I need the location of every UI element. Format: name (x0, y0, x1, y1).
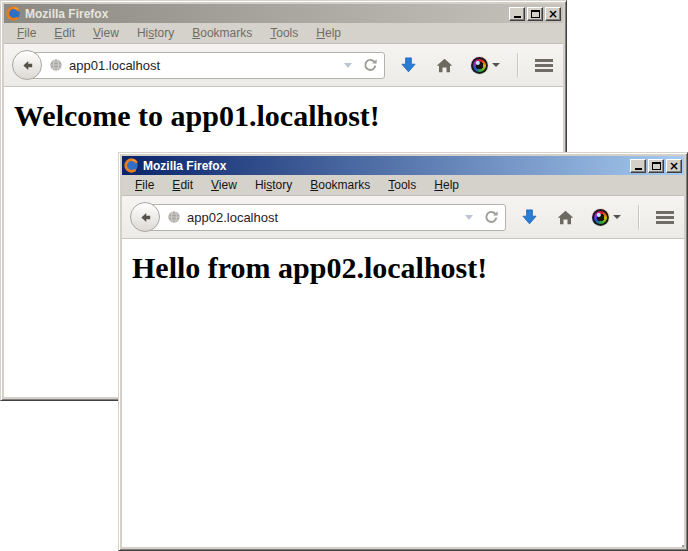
firefox-logo-icon (124, 158, 139, 173)
home-icon (435, 56, 454, 75)
minimize-button[interactable] (630, 159, 646, 173)
page-heading: Hello from app02.localhost! (132, 251, 684, 285)
back-icon (20, 58, 35, 73)
menu-bookmarks[interactable]: Bookmarks (183, 24, 261, 42)
resize-grip[interactable] (678, 541, 680, 543)
navigation-toolbar: app02.localhost (122, 196, 684, 239)
window-title: Mozilla Firefox (143, 159, 626, 173)
menu-dropdown-icon (492, 63, 500, 67)
minimize-icon (635, 168, 642, 170)
menu-view[interactable]: View (202, 176, 246, 194)
close-button[interactable]: × (545, 7, 561, 21)
app-menu-button[interactable] (656, 211, 674, 224)
toolbar-separator (517, 53, 518, 77)
back-button[interactable] (130, 202, 160, 232)
globe-icon (49, 58, 63, 72)
maximize-icon (531, 10, 540, 18)
menu-edit[interactable]: Edit (45, 24, 84, 42)
urlbar-dropdown-icon[interactable] (344, 63, 352, 68)
globe-icon (167, 210, 181, 224)
navigation-toolbar: app01.localhost (4, 44, 563, 87)
color-wheel-icon (471, 57, 488, 74)
download-icon (520, 208, 539, 227)
menu-bar: File Edit View History Bookmarks Tools H… (4, 23, 563, 44)
url-text[interactable]: app02.localhost (187, 210, 459, 225)
hamburger-icon (535, 59, 553, 72)
menu-bar: File Edit View History Bookmarks Tools H… (122, 175, 684, 196)
menu-help[interactable]: Help (425, 176, 468, 194)
back-button[interactable] (12, 50, 42, 80)
close-icon: × (669, 161, 679, 171)
minimize-button[interactable] (509, 7, 525, 21)
menu-edit[interactable]: Edit (163, 176, 202, 194)
close-icon: × (548, 9, 558, 19)
home-button[interactable] (435, 56, 454, 75)
titlebar[interactable]: Mozilla Firefox × (122, 156, 684, 175)
menu-history[interactable]: History (128, 24, 183, 42)
page-content-app02: Hello from app02.localhost! (122, 239, 684, 547)
menu-history[interactable]: History (246, 176, 301, 194)
home-button[interactable] (556, 208, 575, 227)
menu-dropdown-icon (613, 215, 621, 219)
back-icon (138, 210, 153, 225)
color-wheel-icon (592, 209, 609, 226)
maximize-button[interactable] (527, 7, 543, 21)
url-text[interactable]: app01.localhost (69, 58, 338, 73)
download-button[interactable] (520, 208, 539, 227)
extension-button[interactable] (471, 57, 500, 74)
reload-icon[interactable] (483, 209, 499, 225)
hamburger-icon (656, 211, 674, 224)
close-button[interactable]: × (666, 159, 682, 173)
firefox-logo-icon (6, 6, 21, 21)
home-icon (556, 208, 575, 227)
urlbar-dropdown-icon[interactable] (465, 215, 473, 220)
menu-help[interactable]: Help (307, 24, 350, 42)
maximize-icon (652, 162, 661, 170)
minimize-icon (514, 16, 521, 18)
desktop: Mozilla Firefox × File Edit View History… (0, 0, 688, 551)
reload-icon[interactable] (362, 57, 378, 73)
menu-view[interactable]: View (84, 24, 128, 42)
url-bar[interactable]: app02.localhost (145, 204, 506, 231)
extension-button[interactable] (592, 209, 621, 226)
page-heading: Welcome to app01.localhost! (14, 99, 563, 133)
menu-bookmarks[interactable]: Bookmarks (301, 176, 379, 194)
browser-window-app02[interactable]: Mozilla Firefox × File Edit View History… (118, 152, 688, 551)
menu-tools[interactable]: Tools (261, 24, 307, 42)
app-menu-button[interactable] (535, 59, 553, 72)
menu-file[interactable]: File (8, 24, 45, 42)
titlebar[interactable]: Mozilla Firefox × (4, 4, 563, 23)
maximize-button[interactable] (648, 159, 664, 173)
window-title: Mozilla Firefox (25, 7, 505, 21)
menu-tools[interactable]: Tools (379, 176, 425, 194)
download-button[interactable] (399, 56, 418, 75)
menu-file[interactable]: File (126, 176, 163, 194)
url-bar[interactable]: app01.localhost (27, 52, 385, 79)
toolbar-separator (638, 205, 639, 229)
download-icon (399, 56, 418, 75)
